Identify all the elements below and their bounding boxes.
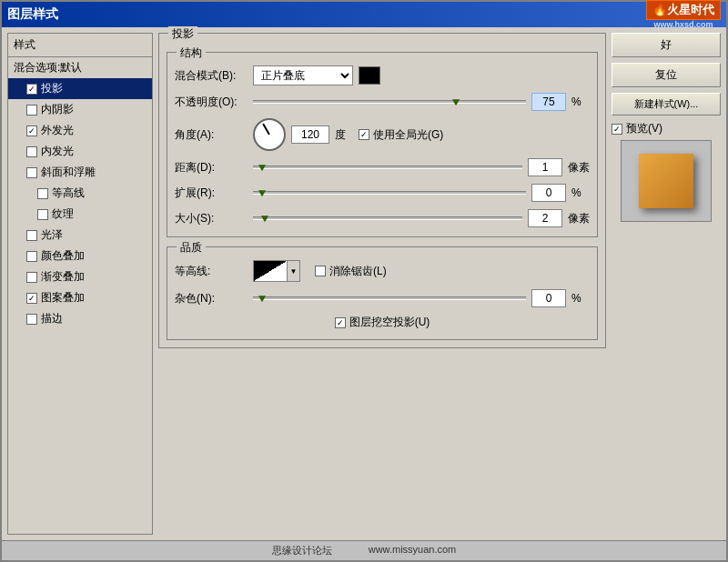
quality-title: 品质	[177, 240, 206, 256]
angle-input[interactable]	[291, 125, 329, 144]
sidebar-item-pattern-overlay[interactable]: 图案叠加	[8, 287, 152, 308]
noise-thumb	[258, 296, 266, 302]
preview-section: 预览(V)	[612, 121, 721, 222]
sidebar-item-mixed-options[interactable]: 混合选项:默认	[8, 57, 152, 78]
bevel-emboss-checkbox[interactable]	[26, 167, 37, 178]
drop-shadow-section: 投影 结构 混合模式(B): 正片叠底 不透明度(O):	[158, 33, 606, 348]
ok-button[interactable]: 好	[612, 33, 721, 57]
opacity-row: 不透明度(O): 75 %	[175, 93, 590, 111]
content-area: 样式 混合选项:默认 投影 内阴影 外发光 内发光	[2, 27, 726, 540]
blend-mode-row: 混合模式(B): 正片叠底	[175, 65, 590, 85]
noise-slider[interactable]	[253, 291, 526, 306]
sidebar-item-texture[interactable]: 纹理	[8, 204, 152, 225]
satin-label: 光泽	[41, 227, 63, 243]
size-slider[interactable]	[253, 211, 522, 226]
global-light-label[interactable]: 使用全局光(G)	[359, 127, 443, 143]
stroke-label: 描边	[41, 311, 63, 326]
contour-label: 等高线	[52, 186, 85, 201]
spread-thumb	[258, 190, 266, 196]
global-light-text: 使用全局光(G)	[373, 127, 443, 143]
contour-dropdown-btn[interactable]: ▼	[288, 260, 300, 282]
new-style-button[interactable]: 新建样式(W)...	[612, 93, 721, 115]
layer-knockout-checkbox[interactable]	[335, 317, 346, 328]
satin-checkbox[interactable]	[26, 230, 37, 241]
logo-area: 🔥火星时代 www.hxsd.com	[646, 0, 721, 29]
noise-input[interactable]	[531, 289, 566, 307]
sidebar-item-contour[interactable]: 等高线	[8, 183, 152, 204]
sidebar-item-color-overlay[interactable]: 颜色叠加	[8, 246, 152, 266]
preview-label[interactable]: 预览(V)	[612, 121, 721, 136]
stroke-checkbox[interactable]	[26, 314, 37, 325]
spread-input[interactable]	[531, 184, 566, 202]
layer-knockout-row: 图层挖空投影(U)	[175, 315, 590, 330]
distance-thumb	[258, 165, 266, 171]
outer-glow-label: 外发光	[41, 123, 74, 138]
anti-alias-text: 消除锯齿(L)	[329, 264, 387, 279]
contour-q-label: 等高线:	[175, 264, 248, 279]
footer-right: www.missyuan.com	[369, 544, 457, 557]
color-overlay-checkbox[interactable]	[26, 251, 37, 262]
layer-knockout-label[interactable]: 图层挖空投影(U)	[335, 315, 430, 330]
gradient-overlay-checkbox[interactable]	[26, 272, 37, 283]
anti-alias-label[interactable]: 消除锯齿(L)	[315, 264, 387, 279]
blend-color-swatch[interactable]	[359, 66, 380, 85]
sidebar-item-satin[interactable]: 光泽	[8, 225, 152, 246]
window-title: 图层样式	[7, 6, 58, 23]
distance-input[interactable]	[528, 158, 562, 176]
angle-label: 角度(A):	[175, 127, 248, 143]
texture-label: 纹理	[52, 206, 74, 222]
opacity-input[interactable]: 75	[531, 93, 566, 111]
opacity-unit: %	[571, 95, 590, 108]
mixed-options-label: 混合选项:默认	[14, 60, 82, 75]
inner-glow-checkbox[interactable]	[26, 146, 37, 157]
preview-image	[639, 154, 693, 208]
distance-row: 距离(D): 像素	[175, 158, 590, 176]
outer-glow-checkbox[interactable]	[26, 125, 37, 136]
contour-preview[interactable]	[253, 260, 288, 282]
sidebar-item-bevel-emboss[interactable]: 斜面和浮雕	[8, 162, 152, 183]
structure-title: 结构	[177, 45, 206, 61]
inner-glow-label: 内发光	[41, 144, 74, 159]
sidebar-item-drop-shadow[interactable]: 投影	[8, 78, 152, 99]
size-thumb	[261, 216, 268, 222]
sidebar-item-stroke[interactable]: 描边	[8, 308, 152, 329]
angle-unit: 度	[335, 127, 353, 143]
size-row: 大小(S): 像素	[175, 209, 590, 227]
pattern-overlay-checkbox[interactable]	[26, 293, 37, 304]
blend-mode-select[interactable]: 正片叠底	[253, 65, 353, 85]
preview-checkbox[interactable]	[612, 124, 622, 135]
blend-mode-label: 混合模式(B):	[175, 68, 248, 84]
inner-shadow-checkbox[interactable]	[26, 105, 37, 115]
contour-checkbox[interactable]	[37, 188, 48, 199]
drop-shadow-checkbox[interactable]	[26, 84, 37, 95]
sidebar-item-outer-glow[interactable]: 外发光	[8, 120, 152, 141]
global-light-checkbox[interactable]	[359, 129, 369, 140]
size-input[interactable]	[528, 209, 562, 227]
sidebar-item-inner-shadow[interactable]: 内阴影	[8, 99, 152, 120]
inner-shadow-label: 内阴影	[41, 102, 74, 117]
sidebar-header: 样式	[8, 34, 152, 57]
angle-dial[interactable]	[253, 118, 286, 151]
spread-slider[interactable]	[253, 186, 526, 200]
reset-button[interactable]: 复位	[612, 63, 721, 87]
distance-unit: 像素	[568, 160, 590, 176]
structure-section: 结构 混合模式(B): 正片叠底 不透明度(O):	[167, 52, 598, 237]
footer-left: 思缘设计论坛	[272, 544, 332, 557]
color-overlay-label: 颜色叠加	[41, 248, 85, 264]
size-label: 大小(S):	[175, 211, 248, 226]
pattern-overlay-label: 图案叠加	[41, 290, 85, 306]
footer-bar: 思缘设计论坛 www.missyuan.com	[2, 540, 726, 560]
texture-checkbox[interactable]	[37, 209, 48, 220]
contour-dropdown[interactable]: ▼	[253, 260, 300, 282]
opacity-slider[interactable]	[253, 95, 526, 109]
logo-icon: 🔥火星时代	[646, 0, 721, 20]
size-unit: 像素	[568, 211, 590, 226]
right-panel: 好 复位 新建样式(W)... 预览(V)	[612, 33, 721, 535]
anti-alias-checkbox[interactable]	[315, 266, 326, 276]
noise-label: 杂色(N):	[175, 291, 248, 306]
titlebar: 图层样式 🔥火星时代 www.hxsd.com	[2, 2, 726, 27]
distance-slider[interactable]	[253, 160, 522, 175]
sidebar-item-inner-glow[interactable]: 内发光	[8, 141, 152, 162]
sidebar-item-gradient-overlay[interactable]: 渐变叠加	[8, 266, 152, 287]
angle-needle	[262, 123, 270, 135]
